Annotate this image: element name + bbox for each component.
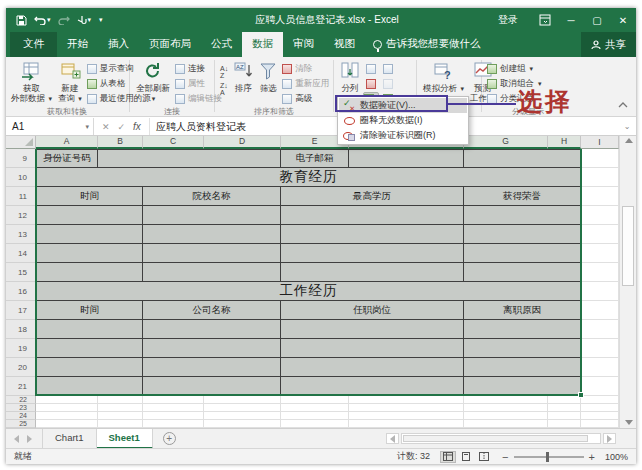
cell[interactable] (581, 225, 619, 244)
cell[interactable] (581, 358, 619, 377)
zoom-level[interactable]: 100% (605, 452, 628, 462)
cell[interactable]: 教育经历 (36, 168, 581, 187)
cell[interactable] (349, 404, 464, 412)
cell[interactable] (581, 263, 619, 282)
horizontal-scrollbar-thumb[interactable] (403, 435, 588, 442)
scroll-down-icon[interactable] (625, 420, 633, 425)
row-header-9[interactable]: 9 (6, 149, 36, 168)
zoom-slider-thumb[interactable] (546, 452, 549, 462)
redo-icon[interactable] (58, 12, 70, 28)
cell[interactable] (548, 420, 581, 428)
row-header-14[interactable]: 14 (6, 244, 36, 263)
undo-icon[interactable]: ▾ (34, 12, 51, 28)
cell[interactable] (581, 404, 619, 412)
cell[interactable] (581, 301, 619, 320)
sort-ascending-button[interactable]: A↓Z (218, 64, 230, 80)
cell[interactable] (464, 244, 581, 263)
cell[interactable] (36, 396, 98, 404)
column-header-H[interactable]: H (548, 136, 581, 149)
column-header-G[interactable]: G (464, 136, 548, 149)
tab-2[interactable]: 插入 (98, 32, 139, 57)
zoom-out-icon[interactable]: − (502, 452, 508, 462)
cell[interactable] (36, 404, 98, 412)
scroll-left-icon[interactable] (386, 433, 399, 444)
cell[interactable] (464, 339, 581, 358)
cell[interactable] (143, 320, 281, 339)
cell[interactable] (464, 263, 581, 282)
cell[interactable] (204, 404, 281, 412)
cell[interactable] (581, 206, 619, 225)
cell[interactable] (548, 404, 581, 412)
cell[interactable]: 院校名称 (143, 187, 281, 206)
tab-6[interactable]: 审阅 (283, 32, 324, 57)
cell[interactable] (281, 396, 349, 404)
cell[interactable] (581, 244, 619, 263)
cell[interactable]: 工作经历 (36, 282, 581, 301)
name-box[interactable]: A1 ▾ (6, 118, 94, 135)
reapply-button[interactable]: 重新应用 (280, 77, 331, 91)
cell[interactable] (98, 396, 143, 404)
tab-1[interactable]: 开始 (57, 32, 98, 57)
cell[interactable] (36, 412, 98, 420)
cell[interactable] (281, 320, 464, 339)
zoom-slider[interactable] (514, 456, 584, 458)
cell[interactable] (464, 320, 581, 339)
cell[interactable] (581, 187, 619, 206)
cell[interactable] (143, 339, 281, 358)
next-sheet-icon[interactable] (27, 435, 32, 443)
flash-fill-icon[interactable] (363, 62, 379, 76)
cell[interactable] (204, 420, 281, 428)
cell[interactable]: 任职岗位 (281, 301, 464, 320)
text-to-columns-button[interactable]: 分列 (337, 60, 363, 94)
cancel-icon[interactable]: ✕ (102, 122, 110, 132)
tab-file[interactable]: 文件 (10, 32, 57, 57)
vertical-scrollbar[interactable] (619, 136, 636, 428)
sign-in-button[interactable]: 登录 (498, 13, 518, 27)
column-header-I[interactable]: I (581, 136, 619, 149)
cell[interactable]: 离职原因 (464, 301, 581, 320)
cell[interactable] (204, 412, 281, 420)
refresh-all-button[interactable]: 全部刷新▾ (133, 60, 173, 105)
cell[interactable] (143, 244, 281, 263)
tab-7[interactable]: 视图 (324, 32, 365, 57)
column-header-D[interactable]: D (204, 136, 281, 149)
customize-qat-icon[interactable]: ▾ (98, 12, 103, 28)
cell[interactable] (581, 377, 619, 396)
tell-me-box[interactable]: 告诉我您想要做什么 (365, 32, 489, 57)
row-header-24[interactable]: 24 (6, 412, 36, 420)
clear-filter-button[interactable]: 清除 (280, 62, 331, 76)
row-header-21[interactable]: 21 (6, 377, 36, 396)
scroll-up-icon[interactable] (625, 138, 633, 143)
row-header-18[interactable]: 18 (6, 320, 36, 339)
cell[interactable] (143, 358, 281, 377)
cell[interactable] (464, 225, 581, 244)
cell[interactable]: 身份证号码 (36, 149, 98, 168)
new-query-button[interactable]: 新建查询 ▾ (55, 60, 85, 105)
enter-icon[interactable]: ✓ (118, 122, 126, 132)
filter-button[interactable]: 筛选 (256, 60, 280, 94)
name-box-dropdown-icon[interactable]: ▾ (85, 123, 89, 131)
share-button[interactable]: 共享 (581, 32, 636, 57)
cell[interactable] (349, 412, 464, 420)
cell[interactable] (36, 339, 143, 358)
cell[interactable] (581, 168, 619, 187)
menu-item-1[interactable]: 圈释无效数据(I) (339, 113, 467, 128)
collapse-ribbon-icon[interactable] (618, 102, 628, 108)
cell[interactable] (143, 412, 204, 420)
sheet-tab-chart1[interactable]: Chart1 (43, 429, 97, 449)
cell[interactable] (204, 396, 281, 404)
cell[interactable] (281, 339, 464, 358)
row-header-15[interactable]: 15 (6, 263, 36, 282)
cell[interactable] (143, 206, 281, 225)
sort-descending-button[interactable]: Z↓A (218, 81, 230, 97)
cell[interactable]: 获得荣誉 (464, 187, 581, 206)
cell[interactable] (581, 282, 619, 301)
cell[interactable] (581, 396, 619, 404)
column-header-B[interactable]: B (98, 136, 143, 149)
row-header-25[interactable]: 25 (6, 420, 36, 428)
maximize-button[interactable]: ▢ (584, 8, 610, 32)
row-header-19[interactable]: 19 (6, 339, 36, 358)
cell[interactable]: 时间 (36, 187, 143, 206)
cell[interactable] (98, 412, 143, 420)
cell[interactable] (98, 420, 143, 428)
